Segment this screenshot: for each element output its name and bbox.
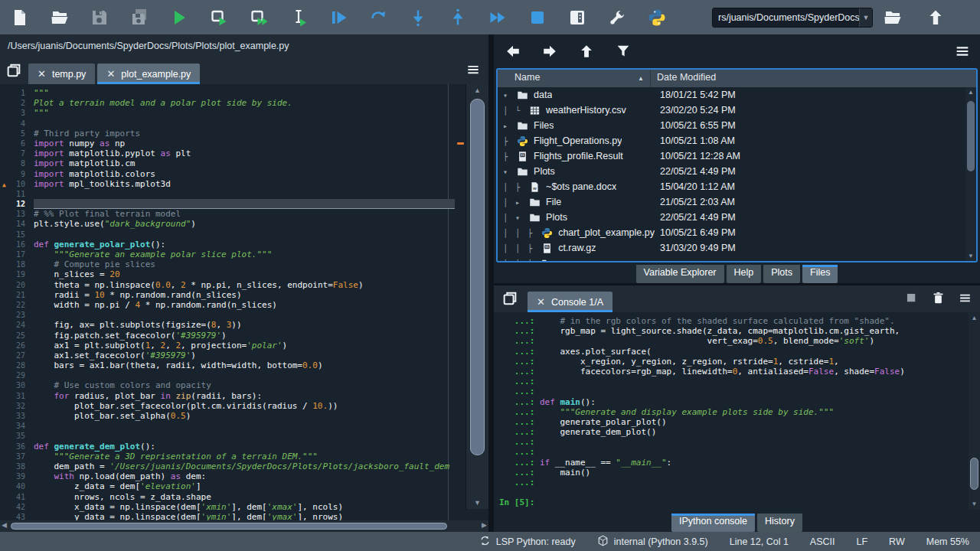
chevron-down-icon[interactable]: ▼ xyxy=(859,8,872,27)
input-prompt[interactable]: In [5]: xyxy=(499,497,540,507)
scroll-up-icon[interactable]: ▲ xyxy=(466,84,488,96)
tree-expander[interactable]: ▾ xyxy=(498,168,515,176)
editor-line[interactable]: 24 fig, ax= plt.subplots(figsize=(8, 3)) xyxy=(0,320,455,330)
tree-expander[interactable]: │ ├ xyxy=(498,183,528,191)
save-button[interactable] xyxy=(90,8,109,27)
trash-icon[interactable] xyxy=(931,291,946,305)
editor-line[interactable]: 21 radii = 10 * np.random.rand(n_slices) xyxy=(0,290,455,300)
sort-ascending-icon[interactable]: ▲ xyxy=(638,75,644,82)
close-tab-icon[interactable]: ✕ xyxy=(38,69,46,79)
editor-line[interactable]: 33 plot_bar.set_alpha(0.5) xyxy=(0,411,455,421)
close-tab-icon[interactable]: ✕ xyxy=(537,297,545,307)
editor-line[interactable]: 8import matplotlib.cm xyxy=(0,158,455,168)
console-vertical-scrollbar[interactable]: ▲ ▼ xyxy=(969,312,980,510)
tree-expander[interactable]: │ ▾ xyxy=(498,214,528,222)
open-working-dir-button[interactable] xyxy=(884,8,902,27)
editor-line[interactable]: 34 xyxy=(0,421,455,431)
editor-line[interactable]: 35 xyxy=(0,431,455,441)
editor-line[interactable]: 26 ax1 = plt.subplot(1, 2, 2, projection… xyxy=(0,341,455,350)
editor-line[interactable]: 32 plot_bar.set_facecolor(plt.cm.viridis… xyxy=(0,401,455,411)
filter-button[interactable] xyxy=(615,43,632,60)
editor-line[interactable]: 27 ax1.set_facecolor('#395979') xyxy=(0,350,455,360)
column-header-date-modified[interactable]: Date Modified xyxy=(651,70,976,87)
interrupt-kernel-icon[interactable] xyxy=(904,291,919,305)
editor-line[interactable]: 14plt.style.use("dark_background") xyxy=(0,219,455,229)
file-row[interactable]: │ ▾ Plots22/05/21 4:49 PM xyxy=(498,210,976,225)
tree-expander[interactable]: ├ xyxy=(498,137,515,145)
scrollbar-handle[interactable] xyxy=(11,523,447,530)
scrollbar-handle[interactable] xyxy=(967,101,975,171)
editor-line[interactable]: 23 xyxy=(0,310,455,320)
editor-line[interactable]: 6import numpy as np xyxy=(0,139,455,148)
editor-line[interactable]: 10▲import mpl_toolkits.mplot3d xyxy=(0,179,455,189)
step-into-button[interactable] xyxy=(409,8,427,27)
tree-expander[interactable]: │ └ xyxy=(498,106,528,115)
save-all-button[interactable] xyxy=(130,8,149,27)
editor-vertical-scrollbar[interactable]: ▲ ▼ xyxy=(466,84,488,509)
editor-line[interactable]: 1""" xyxy=(0,88,455,98)
run-current-line-button[interactable] xyxy=(369,8,387,27)
files-vertical-scrollbar[interactable]: ▲ ▼ xyxy=(965,87,976,261)
file-row[interactable]: ▾ Plots22/05/21 4:49 PM xyxy=(498,164,976,179)
pane-tab-plots[interactable]: Plots xyxy=(763,265,800,283)
editor-line[interactable]: 28 bars = ax1.bar(theta, radii, width=wi… xyxy=(0,360,455,370)
scroll-left-icon[interactable]: ◀ xyxy=(2,521,7,529)
editor-line[interactable]: 42 x_data = np.linspace(dem['xmin'], dem… xyxy=(0,502,455,512)
editor-line[interactable]: 3""" xyxy=(0,108,455,118)
tree-expander[interactable]: │ │ ├ xyxy=(498,259,540,263)
file-row[interactable]: │ └ weatherHistory.csv23/02/20 5:24 PM xyxy=(498,103,976,118)
open-file-button[interactable] xyxy=(51,8,69,27)
ipython-console[interactable]: ...: # in the rgb colors of the shaded s… xyxy=(494,312,980,510)
tree-expander[interactable]: ▸ xyxy=(498,122,515,130)
step-return-button[interactable] xyxy=(449,8,467,27)
scrollbar-handle[interactable] xyxy=(470,99,485,455)
console-tab[interactable]: ✕Console 1/A xyxy=(528,292,612,312)
pane-tab-help[interactable]: Help xyxy=(727,265,762,283)
tree-expander[interactable]: │ ▸ xyxy=(498,198,528,207)
run-file-button[interactable] xyxy=(170,8,188,27)
pane-tab-history[interactable]: History xyxy=(757,514,802,532)
file-row[interactable]: │ ├ w~$ots pane.docx15/04/20 1:12 AM xyxy=(498,179,976,194)
run-selection-button[interactable] xyxy=(289,8,308,27)
code-editor[interactable]: 1"""2Plot a terrain model and a polar pl… xyxy=(0,84,488,520)
editor-line[interactable]: 30 # Use custom colors and opacity xyxy=(0,380,455,390)
preferences-button[interactable] xyxy=(608,8,626,27)
debug-file-button[interactable] xyxy=(329,8,348,27)
run-cell-button[interactable] xyxy=(210,8,228,27)
working-directory-value[interactable]: rs/juanis/Documents/SpyderDocs xyxy=(713,12,859,23)
file-row[interactable]: │ ▸ File21/05/21 2:03 AM xyxy=(498,194,976,210)
parent-dir-button[interactable] xyxy=(926,8,945,27)
editor-line[interactable]: 15 xyxy=(0,230,455,240)
editor-options-menu-icon[interactable] xyxy=(466,62,481,77)
editor-tab-temp.py[interactable]: ✕temp.py xyxy=(28,64,95,84)
files-options-menu-icon[interactable] xyxy=(954,43,971,60)
editor-line[interactable]: 9import matplotlib.colors xyxy=(0,169,455,179)
stop-button[interactable] xyxy=(528,8,547,27)
editor-line[interactable]: 41 nrows, ncols = z_data.shape xyxy=(0,492,455,502)
file-row[interactable]: ├ Flight_Operations.py10/05/21 1:08 AM xyxy=(498,133,976,148)
editor-horizontal-scrollbar[interactable]: ◀ ▶ xyxy=(0,520,488,532)
editor-line[interactable]: 12 xyxy=(0,199,455,209)
column-header-name[interactable]: Name ▲ xyxy=(498,70,651,87)
scroll-right-icon[interactable]: ▶ xyxy=(482,521,487,529)
file-tree[interactable]: Name ▲ Date Modified ▾ data18/01/21 5:42… xyxy=(496,68,978,262)
maximize-pane-button[interactable] xyxy=(568,8,586,27)
file-row[interactable]: │ │ ├ chart_plot_example.py10/05/21 6:49… xyxy=(498,225,976,240)
editor-line[interactable]: 43 y_data = np.linspace(dem['ymin'], dem… xyxy=(0,512,455,520)
browse-tabs-icon[interactable] xyxy=(501,290,518,307)
editor-line[interactable]: 20 theta = np.linspace(0.0, 2 * np.pi, n… xyxy=(0,280,455,290)
editor-line[interactable]: 38 dem_path = '/Users/juanis/Documents/S… xyxy=(0,461,455,471)
close-tab-icon[interactable]: ✕ xyxy=(106,69,115,79)
editor-line[interactable]: 19 n_slices = 20 xyxy=(0,269,455,279)
browse-tabs-icon[interactable] xyxy=(5,62,22,79)
editor-line[interactable]: 29 xyxy=(0,370,455,380)
scroll-up-icon[interactable]: ▲ xyxy=(965,89,976,96)
editor-line[interactable]: 22 width = np.pi / 4 * np.random.rand(n_… xyxy=(0,300,455,310)
editor-line[interactable]: 11 xyxy=(0,189,455,199)
python-env-button[interactable] xyxy=(648,8,666,27)
editor-line[interactable]: 13# %% Plot final terrain model xyxy=(0,209,455,219)
scroll-down-icon[interactable]: ▼ xyxy=(969,500,980,507)
run-cell-advance-button[interactable] xyxy=(250,8,268,27)
pane-tab-variable-explorer[interactable]: Variable Explorer xyxy=(636,265,724,283)
file-row[interactable]: ▸ Files10/05/21 6:55 PM xyxy=(498,118,976,133)
